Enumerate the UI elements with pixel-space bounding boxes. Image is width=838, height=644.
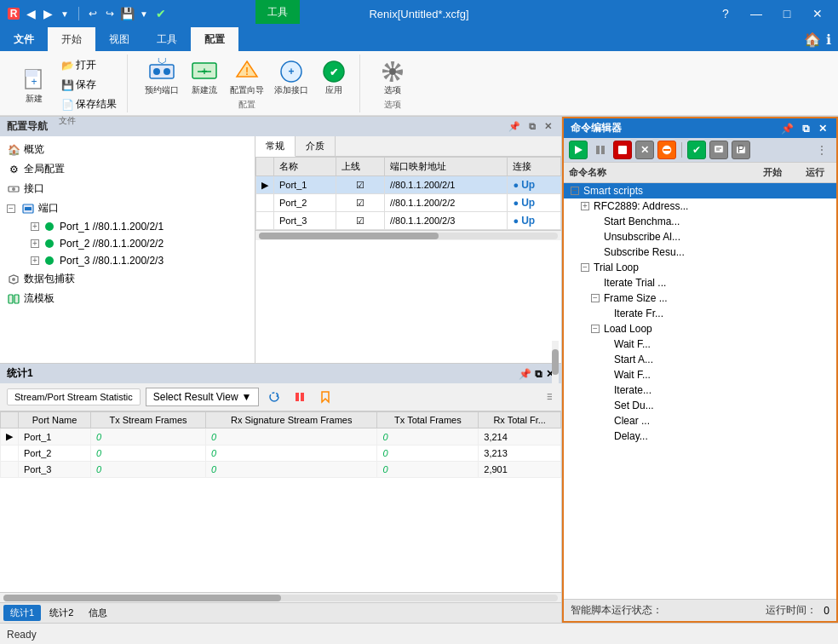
cmd-item-start-benchmark[interactable]: Start Benchma... [564, 214, 836, 229]
script-image2-button[interactable]: P [732, 141, 750, 159]
bookmark-button[interactable] [315, 387, 336, 407]
open-button[interactable]: 📂 打开 [58, 56, 120, 74]
collapse-port-icon[interactable]: − [7, 204, 15, 213]
redo-icon[interactable]: ↪ [103, 7, 117, 20]
green-check-icon[interactable]: ✔ [154, 7, 168, 20]
collapse-frame-size-icon[interactable]: − [591, 294, 600, 302]
stats-row-1[interactable]: ▶ Port_1 0 0 0 3,214 [1, 428, 561, 446]
tab-general[interactable]: 常规 [255, 136, 296, 157]
help-icon[interactable]: ? [712, 3, 739, 24]
nav-item-global-config[interactable]: ⚙ 全局配置 [0, 159, 255, 179]
undo-icon[interactable]: ↩ [86, 7, 100, 20]
stats-float-icon[interactable]: ⧉ [535, 368, 542, 380]
cmd-item-start-a[interactable]: Start A... [564, 352, 836, 367]
add-interface-button[interactable]: + 添加接口 [271, 56, 312, 97]
ribbon-icon2[interactable]: ℹ [826, 32, 831, 48]
nav-item-interface[interactable]: 接口 [0, 179, 255, 198]
nav-forward-icon[interactable]: ▶ [41, 7, 55, 20]
cmd-item-frame-size[interactable]: − Frame Size ... [564, 290, 836, 306]
minimize-button[interactable]: — [743, 3, 770, 24]
close-button[interactable]: ✕ [804, 3, 831, 24]
new-flow-button[interactable]: + 新建流 [186, 56, 223, 97]
save-button[interactable]: 💾 保存 [58, 76, 120, 94]
apply-button[interactable]: ✔ 应用 [315, 56, 353, 97]
cmd-float-icon[interactable]: ⧉ [800, 122, 812, 135]
cmd-item-delay[interactable]: Delay... [564, 428, 836, 444]
cmd-item-rfc2889[interactable]: + RFC2889: Address... [564, 198, 836, 214]
stats-row-2[interactable]: Port_2 0 0 0 3,213 [1, 446, 561, 462]
stop-red-button[interactable] [613, 141, 632, 159]
cmd-close-icon[interactable]: ✕ [816, 122, 829, 135]
stats-tab-info[interactable]: 信息 [82, 605, 114, 621]
stats-tab-2[interactable]: 统计2 [43, 605, 80, 621]
config-nav-float-icon[interactable]: ⧉ [526, 120, 538, 133]
pause-cmd-button[interactable] [591, 141, 610, 159]
refresh-button[interactable] [264, 387, 284, 407]
tab-tools[interactable]: 工具 [143, 27, 191, 51]
cmd-item-subscribe[interactable]: Subscribe Resu... [564, 244, 836, 260]
stats-pin-icon[interactable]: 📌 [519, 368, 531, 380]
stop-gray-button[interactable]: ✕ [635, 141, 654, 159]
nav-item-port2[interactable]: + Port_2 //80.1.1.200/2/2 [0, 235, 255, 252]
port-row-3[interactable]: Port_3 ☑ //80.1.1.200/2/3 ● Up [256, 212, 561, 230]
cmd-item-iterate[interactable]: Iterate... [564, 382, 836, 398]
expand-rfc2889-icon[interactable]: + [581, 202, 589, 210]
stats-row-3[interactable]: Port_3 0 0 0 2,901 [1, 462, 561, 478]
port3-online[interactable]: ☑ [336, 212, 385, 230]
nav-item-port1[interactable]: + Port_1 //80.1.1.200/2/1 [0, 218, 255, 235]
play-button[interactable] [569, 141, 588, 159]
tab-start[interactable]: 开始 [48, 27, 95, 51]
stream-statistic-button[interactable]: Stream/Port Stream Statistic [7, 388, 141, 405]
select-result-button[interactable]: Select Result View ▼ [146, 388, 260, 406]
cmd-item-iterate-trial[interactable]: Iterate Trial ... [564, 275, 836, 290]
collapse-smart-scripts-icon[interactable]: − [571, 187, 579, 195]
save-quick-icon[interactable]: 💾 [120, 7, 134, 20]
port-table-hscroll[interactable] [255, 230, 561, 240]
stop-orange-button[interactable] [657, 141, 676, 159]
nav-item-port[interactable]: − 端口 [0, 198, 255, 218]
config-nav-pin-icon[interactable]: 📌 [506, 120, 523, 133]
nav-item-overview[interactable]: 🏠 概览 [0, 140, 255, 159]
port2-online[interactable]: ☑ [336, 194, 385, 212]
cmd-item-smart-scripts[interactable]: − Smart scripts [564, 183, 836, 198]
cmd-vscroll-track[interactable] [552, 341, 559, 409]
stats-tab-1[interactable]: 统计1 [3, 605, 41, 621]
options-button[interactable]: 选项 [374, 56, 411, 97]
cmd-item-wait-f1[interactable]: Wait F... [564, 336, 836, 352]
nav-item-flow-template[interactable]: 流模板 [0, 289, 255, 308]
port-row-1[interactable]: ▶ Port_1 ☑ //80.1.1.200/2/1 ● Up [256, 176, 561, 194]
save-result-button[interactable]: 📄 保存结果 [58, 95, 120, 113]
tab-media[interactable]: 介质 [296, 136, 336, 156]
chevron-down-icon[interactable]: ▼ [137, 7, 151, 20]
collapse-load-loop-icon[interactable]: − [591, 325, 600, 333]
tab-view[interactable]: 视图 [95, 27, 143, 51]
port1-online[interactable]: ☑ [336, 176, 385, 194]
cmd-vscroll-thumb[interactable] [552, 349, 559, 375]
expand-port1-icon[interactable]: + [31, 222, 39, 231]
check-green-button[interactable]: ✔ [687, 141, 706, 159]
cmd-item-set-du[interactable]: Set Du... [564, 398, 836, 413]
expand-port2-icon[interactable]: + [31, 239, 39, 248]
cmd-item-unsubscribe[interactable]: Unsubscribe Al... [564, 229, 836, 244]
nav-back-icon[interactable]: ◀ [24, 7, 37, 20]
cmd-item-trial-loop[interactable]: − Trial Loop [564, 260, 836, 275]
stats-hscroll[interactable] [0, 592, 561, 602]
config-wizard-button[interactable]: ! 配置向导 [227, 56, 267, 97]
toolbar-extra-icon[interactable]: ▼ [58, 7, 72, 20]
port-row-2[interactable]: Port_2 ☑ //80.1.1.200/2/2 ● Up [256, 194, 561, 212]
cmd-pin-icon[interactable]: 📌 [778, 122, 796, 135]
collapse-trial-loop-icon[interactable]: − [581, 263, 589, 272]
tab-file[interactable]: 文件 [0, 27, 48, 51]
config-nav-close-icon[interactable]: ✕ [542, 120, 554, 133]
cmd-more-icon[interactable]: ⋮ [812, 141, 831, 159]
tab-config[interactable]: 配置 [191, 27, 238, 51]
reserve-port-button[interactable]: ⬡ 预约端口 [141, 56, 182, 97]
maximize-button[interactable]: □ [773, 3, 801, 24]
cmd-item-iterate-fr[interactable]: Iterate Fr... [564, 306, 836, 321]
cmd-item-wait-f2[interactable]: Wait F... [564, 367, 836, 382]
pause-button[interactable] [290, 387, 310, 407]
cmd-item-clear[interactable]: Clear ... [564, 413, 836, 428]
nav-item-port3[interactable]: + Port_3 //80.1.1.200/2/3 [0, 252, 255, 269]
expand-port3-icon[interactable]: + [31, 256, 39, 265]
nav-item-capture[interactable]: 数据包捕获 [0, 269, 255, 289]
